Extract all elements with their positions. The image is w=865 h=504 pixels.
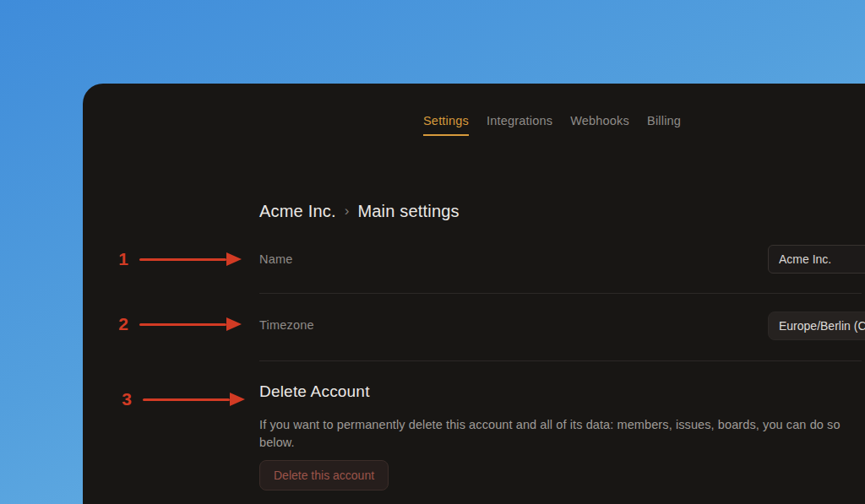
breadcrumb-page-title: Main settings [357, 202, 459, 221]
breadcrumb: Acme Inc. › Main settings [259, 202, 460, 221]
annotation-number: 2 [117, 314, 130, 334]
top-nav: Settings Integrations Webhooks Billing [423, 114, 681, 136]
settings-window: Settings Integrations Webhooks Billing A… [83, 84, 865, 504]
arrow-line [143, 398, 230, 401]
arrow-head-icon [230, 393, 245, 406]
name-field-label: Name [259, 252, 292, 266]
tab-integrations[interactable]: Integrations [487, 114, 552, 136]
delete-account-button[interactable]: Delete this account [259, 460, 389, 490]
breadcrumb-chevron-icon: › [345, 203, 350, 219]
arrow-line [139, 258, 226, 261]
annotation-arrow-1: 1 [117, 249, 242, 269]
row-divider [259, 293, 862, 294]
tab-webhooks[interactable]: Webhooks [570, 114, 629, 136]
arrow-head-icon [226, 317, 242, 331]
timezone-field-label: Timezone [259, 318, 314, 332]
name-input[interactable] [768, 245, 865, 274]
delete-account-description: If you want to permanently delete this a… [259, 416, 855, 452]
annotation-arrow-3: 3 [120, 389, 245, 409]
row-divider [259, 360, 862, 361]
annotation-number: 3 [120, 389, 133, 409]
tab-billing[interactable]: Billing [647, 114, 681, 136]
breadcrumb-account[interactable]: Acme Inc. [259, 202, 336, 221]
arrow-head-icon [226, 252, 242, 266]
timezone-selected-value: Europe/Berlin (CEST) +02:00 [779, 319, 865, 333]
timezone-select[interactable]: Europe/Berlin (CEST) +02:00 [768, 312, 865, 340]
annotation-number: 1 [117, 249, 130, 269]
annotation-arrow-2: 2 [117, 314, 242, 334]
delete-account-heading: Delete Account [259, 382, 370, 401]
tab-settings[interactable]: Settings [423, 114, 469, 136]
arrow-line [139, 323, 226, 326]
